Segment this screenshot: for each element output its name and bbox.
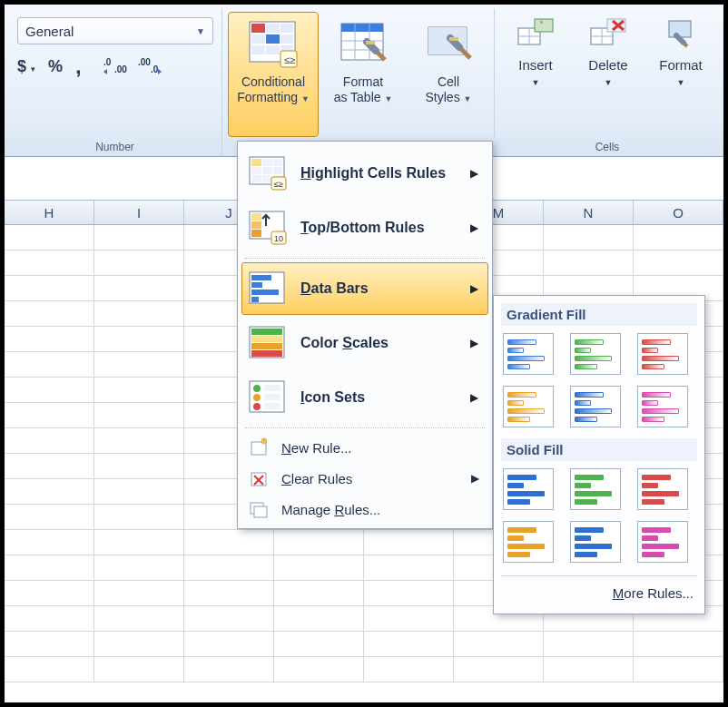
cell[interactable] xyxy=(5,479,94,504)
cell[interactable] xyxy=(634,657,723,682)
cell[interactable] xyxy=(94,378,184,402)
menu-top-bottom-rules[interactable]: 10 Top/Bottom Rules ▶ xyxy=(241,201,488,254)
cell[interactable] xyxy=(544,250,634,275)
cell[interactable] xyxy=(94,454,184,478)
cell[interactable] xyxy=(94,250,184,275)
cell[interactable] xyxy=(364,606,454,631)
cell[interactable] xyxy=(5,428,94,453)
cell[interactable] xyxy=(5,657,94,682)
cell[interactable] xyxy=(454,657,544,682)
cell[interactable] xyxy=(184,581,274,605)
cell[interactable] xyxy=(94,428,184,453)
cell[interactable] xyxy=(184,606,274,631)
column-header[interactable]: O xyxy=(634,201,723,224)
menu-new-rule[interactable]: New Rule... xyxy=(241,432,488,463)
cell[interactable] xyxy=(94,555,184,580)
cell[interactable] xyxy=(94,225,184,250)
cell[interactable] xyxy=(544,632,634,656)
conditional-formatting-button[interactable]: ≤≥ ConditionalFormatting ▼ xyxy=(228,12,319,137)
cell[interactable] xyxy=(94,581,184,605)
comma-format-button[interactable]: , xyxy=(75,54,82,79)
cell[interactable] xyxy=(94,352,184,377)
cell[interactable] xyxy=(5,250,94,275)
cell[interactable] xyxy=(5,505,94,529)
data-bar-gradient-swatch[interactable] xyxy=(637,333,688,375)
cell[interactable] xyxy=(5,225,94,250)
cell[interactable] xyxy=(544,657,634,682)
cell[interactable] xyxy=(184,657,274,682)
menu-color-scales[interactable]: Color Scales ▶ xyxy=(241,317,488,369)
cell-styles-button[interactable]: CellStyles ▼ xyxy=(408,12,489,137)
accounting-format-button[interactable]: $ ▾ xyxy=(17,57,35,76)
data-bar-solid-swatch[interactable] xyxy=(503,521,554,563)
menu-highlight-cells-rules[interactable]: ≤≥ Highlight Cells Rules ▶ xyxy=(241,147,488,200)
cell[interactable] xyxy=(5,403,94,427)
cell[interactable] xyxy=(274,606,364,631)
cell[interactable] xyxy=(94,403,184,427)
cell[interactable] xyxy=(454,632,544,656)
cell[interactable] xyxy=(5,327,94,351)
cell[interactable] xyxy=(5,352,94,377)
data-bar-solid-swatch[interactable] xyxy=(503,468,554,510)
cell[interactable] xyxy=(5,276,94,300)
increase-decimal-button[interactable]: .0.00 xyxy=(103,56,127,76)
data-bar-gradient-swatch[interactable] xyxy=(503,333,554,375)
data-bar-gradient-swatch[interactable] xyxy=(637,386,688,427)
cell[interactable] xyxy=(94,530,184,555)
cell[interactable] xyxy=(274,530,364,555)
cell[interactable] xyxy=(5,632,94,656)
cell[interactable] xyxy=(94,606,184,631)
more-rules-button[interactable]: More Rules... xyxy=(501,575,697,610)
cell[interactable] xyxy=(5,301,94,326)
delete-button[interactable]: Delete▼ xyxy=(575,15,642,88)
cell[interactable] xyxy=(94,657,184,682)
menu-icon-sets[interactable]: Icon Sets ▶ xyxy=(241,371,488,424)
column-header[interactable]: I xyxy=(94,201,184,224)
cell[interactable] xyxy=(364,632,454,656)
cell[interactable] xyxy=(94,632,184,656)
cell[interactable] xyxy=(634,225,723,250)
cell[interactable] xyxy=(94,276,184,300)
cell[interactable] xyxy=(5,606,94,631)
insert-button[interactable]: Insert▼ xyxy=(502,15,569,88)
cell[interactable] xyxy=(94,479,184,504)
cell[interactable] xyxy=(94,327,184,351)
cell[interactable] xyxy=(274,657,364,682)
cell[interactable] xyxy=(634,250,723,275)
cell[interactable] xyxy=(274,632,364,656)
cell[interactable] xyxy=(94,301,184,326)
cell[interactable] xyxy=(5,378,94,402)
cell[interactable] xyxy=(364,657,454,682)
number-format-dropdown[interactable]: General ▼ xyxy=(17,17,213,44)
cell[interactable] xyxy=(5,530,94,555)
data-bar-gradient-swatch[interactable] xyxy=(570,333,621,375)
data-bar-solid-swatch[interactable] xyxy=(637,468,688,510)
menu-data-bars[interactable]: Data Bars ▶ xyxy=(241,262,488,315)
data-bar-gradient-swatch[interactable] xyxy=(570,386,621,427)
column-header[interactable]: N xyxy=(544,201,634,224)
cell[interactable] xyxy=(184,530,274,555)
cell[interactable] xyxy=(274,555,364,580)
format-button[interactable]: Format▼ xyxy=(647,15,714,88)
decrease-decimal-button[interactable]: .00.0 xyxy=(138,56,162,76)
data-bar-solid-swatch[interactable] xyxy=(570,521,621,563)
column-header[interactable]: H xyxy=(5,201,94,224)
cell[interactable] xyxy=(184,555,274,580)
cell[interactable] xyxy=(94,505,184,529)
percent-format-button[interactable]: % xyxy=(48,57,63,76)
cell[interactable] xyxy=(5,555,94,580)
cell[interactable] xyxy=(184,632,274,656)
cell[interactable] xyxy=(274,581,364,605)
data-bar-solid-swatch[interactable] xyxy=(637,521,688,563)
cell[interactable] xyxy=(364,581,454,605)
cell[interactable] xyxy=(364,555,454,580)
cell[interactable] xyxy=(5,581,94,605)
menu-clear-rules[interactable]: Clear Rules ▶ xyxy=(241,463,488,494)
data-bar-gradient-swatch[interactable] xyxy=(503,386,554,427)
cell[interactable] xyxy=(364,530,454,555)
cell[interactable] xyxy=(634,632,723,656)
cell[interactable] xyxy=(544,225,634,250)
format-as-table-button[interactable]: Formatas Table ▼ xyxy=(322,12,404,137)
data-bar-solid-swatch[interactable] xyxy=(570,468,621,510)
cell[interactable] xyxy=(5,454,94,478)
